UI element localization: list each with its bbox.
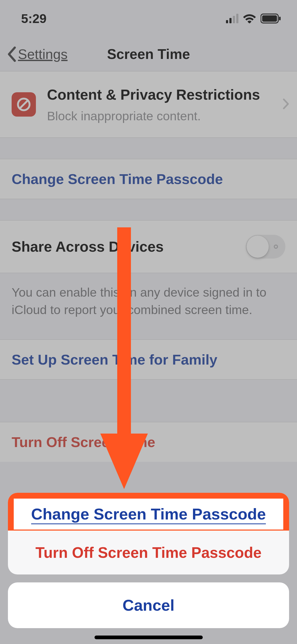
family-row[interactable]: Set Up Screen Time for Family: [0, 339, 297, 380]
change-passcode-row[interactable]: Change Screen Time Passcode: [0, 159, 297, 199]
sheet-change-passcode-label: Change Screen Time Passcode: [31, 505, 266, 524]
home-indicator: [95, 636, 203, 639]
action-sheet: Change Screen Time Passcode Turn Off Scr…: [8, 493, 289, 628]
nav-bar: Settings Screen Time: [0, 37, 297, 71]
status-time: 5:29: [21, 11, 46, 26]
content-privacy-row[interactable]: Content & Privacy Restrictions Block ina…: [0, 71, 297, 138]
sheet-change-passcode-button[interactable]: Change Screen Time Passcode: [14, 499, 283, 530]
svg-rect-1: [262, 15, 277, 22]
back-label: Settings: [18, 46, 68, 62]
status-indicators: [226, 13, 281, 24]
share-across-devices-footer: You can enable this on any device signed…: [0, 273, 297, 329]
content-privacy-title: Content & Privacy Restrictions: [47, 86, 283, 104]
sheet-turn-off-passcode-button[interactable]: Turn Off Screen Time Passcode: [8, 531, 289, 574]
page-title: Screen Time: [107, 46, 190, 62]
turn-off-screen-time-row[interactable]: Turn Off Screen Time: [0, 422, 297, 462]
cellular-icon: [226, 14, 238, 23]
chevron-left-icon: [7, 47, 16, 62]
wifi-icon: [243, 14, 256, 23]
share-across-devices-row: Share Across Devices: [0, 220, 297, 273]
family-row-label: Set Up Screen Time for Family: [12, 351, 217, 368]
content-privacy-subtitle: Block inappropriate content.: [47, 109, 283, 123]
svg-rect-2: [279, 17, 281, 20]
sheet-cancel-button[interactable]: Cancel: [8, 582, 289, 628]
chevron-right-icon: [283, 98, 289, 111]
no-entry-icon: [12, 92, 36, 117]
turn-off-screen-time-label: Turn Off Screen Time: [12, 434, 155, 450]
back-button[interactable]: Settings: [7, 46, 68, 62]
share-across-devices-toggle[interactable]: [246, 235, 285, 259]
battery-icon: [261, 13, 281, 24]
sheet-cancel-label: Cancel: [122, 596, 175, 614]
svg-line-4: [20, 100, 28, 108]
status-bar: 5:29: [0, 0, 297, 37]
share-across-devices-label: Share Across Devices: [12, 238, 164, 255]
sheet-turn-off-passcode-label: Turn Off Screen Time Passcode: [35, 544, 261, 561]
change-passcode-label: Change Screen Time Passcode: [12, 171, 223, 187]
annotation-highlight: Change Screen Time Passcode: [8, 493, 289, 531]
